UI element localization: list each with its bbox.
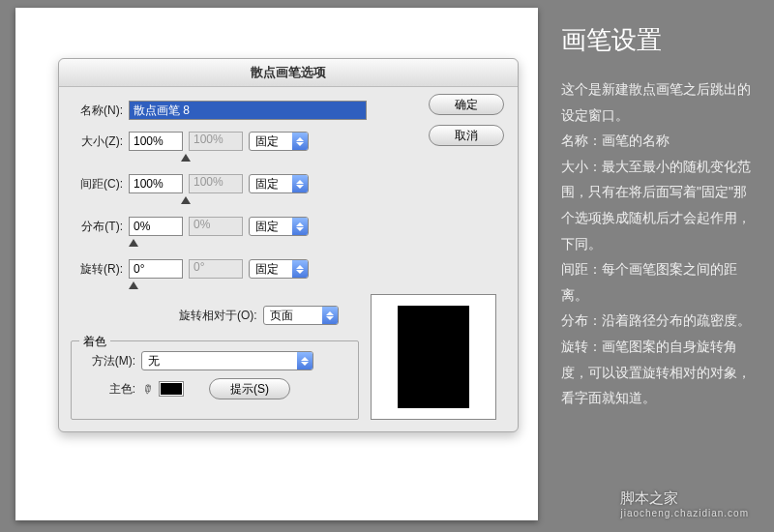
spacing-input-1[interactable] — [129, 174, 183, 193]
chevron-updown-icon — [292, 133, 308, 150]
hint-button[interactable]: 提示(S) — [209, 378, 290, 399]
side-title: 画笔设置 — [561, 23, 759, 57]
name-input[interactable] — [129, 101, 367, 120]
size-label: 大小(Z): — [71, 133, 123, 150]
scatter-slider[interactable] — [129, 242, 187, 253]
spacing-slider[interactable] — [129, 199, 187, 211]
chevron-updown-icon — [292, 260, 308, 278]
rotation-mode-select[interactable]: 固定 — [249, 259, 309, 279]
rotation-label: 旋转(R): — [71, 261, 123, 278]
spacing-input-2: 100% — [189, 174, 243, 193]
method-label: 方法(M): — [81, 353, 135, 369]
explanation-panel: 画笔设置 这个是新建散点画笔之后跳出的设定窗口。 名称：画笔的名称 大小：最大至… — [546, 0, 774, 532]
side-text: 这个是新建散点画笔之后跳出的设定窗口。 名称：画笔的名称 大小：最大至最小的随机… — [561, 76, 759, 411]
rotation-input-1[interactable] — [129, 259, 183, 279]
keycolor-label: 主色: — [81, 381, 135, 398]
chevron-updown-icon — [292, 175, 308, 192]
spacing-mode-select[interactable]: 固定 — [249, 174, 309, 193]
dialog-title: 散点画笔选项 — [59, 59, 518, 87]
spacing-label: 间距(C): — [71, 176, 123, 192]
chevron-updown-icon — [322, 307, 338, 324]
size-input-2: 100% — [189, 132, 243, 151]
colorization-group-title: 着色 — [79, 334, 110, 350]
colorization-group: 着色 方法(M): 无 主色: ✎ 提示(S) — [71, 340, 359, 420]
rotation-relative-label: 旋转相对于(O): — [179, 308, 257, 324]
document-canvas: 散点画笔选项 确定 取消 名称(N): 大小(Z): 100% 固定 — [15, 8, 538, 520]
size-mode-select[interactable]: 固定 — [249, 132, 309, 151]
rotation-input-2: 0° — [189, 259, 243, 279]
scatter-input-2: 0% — [189, 217, 243, 236]
scatter-mode-select[interactable]: 固定 — [249, 217, 309, 236]
method-select[interactable]: 无 — [141, 351, 313, 370]
brush-preview — [371, 294, 496, 420]
scatter-brush-dialog: 散点画笔选项 确定 取消 名称(N): 大小(Z): 100% 固定 — [58, 58, 519, 432]
rotation-relative-select[interactable]: 页面 — [263, 306, 339, 325]
scatter-label: 分布(T): — [71, 219, 123, 235]
eyedropper-icon[interactable]: ✎ — [137, 379, 157, 399]
chevron-updown-icon — [297, 352, 313, 369]
name-label: 名称(N): — [71, 103, 123, 119]
ok-button[interactable]: 确定 — [429, 94, 504, 115]
rotation-slider[interactable] — [129, 284, 187, 296]
scatter-input-1[interactable] — [129, 217, 183, 236]
size-slider[interactable] — [129, 157, 187, 168]
brush-preview-shape — [398, 306, 469, 408]
keycolor-swatch[interactable] — [159, 381, 184, 397]
chevron-updown-icon — [292, 218, 308, 235]
watermark: 脚本之家 jiaocheng.chazidian.com — [620, 489, 749, 518]
size-input-1[interactable] — [129, 132, 183, 151]
